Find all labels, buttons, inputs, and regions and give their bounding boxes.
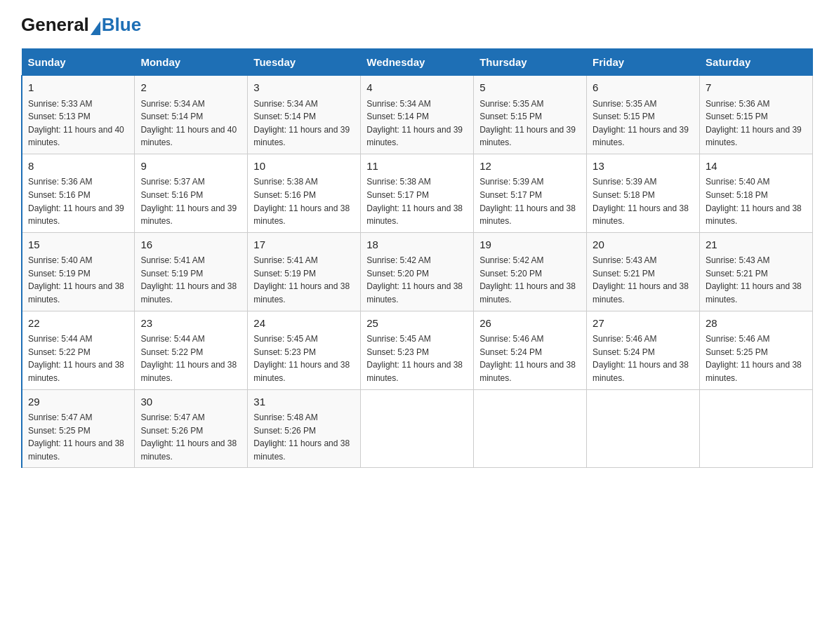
day-number: 30	[140, 394, 241, 410]
day-number: 7	[706, 80, 807, 96]
calendar-cell: 14Sunrise: 5:40 AMSunset: 5:18 PMDayligh…	[700, 154, 813, 232]
calendar-cell	[587, 389, 700, 468]
calendar-week-row: 15Sunrise: 5:40 AMSunset: 5:19 PMDayligh…	[22, 232, 813, 311]
day-number: 26	[479, 316, 581, 332]
day-info: Sunrise: 5:38 AMSunset: 5:17 PMDaylight:…	[366, 175, 468, 227]
day-number: 4	[366, 80, 468, 96]
calendar-cell: 24Sunrise: 5:45 AMSunset: 5:23 PMDayligh…	[248, 311, 361, 389]
day-number: 28	[706, 316, 807, 332]
day-info: Sunrise: 5:48 AMSunset: 5:26 PMDaylight:…	[253, 411, 355, 463]
day-info: Sunrise: 5:44 AMSunset: 5:22 PMDaylight:…	[28, 333, 128, 384]
calendar-cell: 31Sunrise: 5:48 AMSunset: 5:26 PMDayligh…	[248, 389, 361, 468]
day-info: Sunrise: 5:41 AMSunset: 5:19 PMDaylight:…	[253, 254, 355, 306]
day-info: Sunrise: 5:35 AMSunset: 5:15 PMDaylight:…	[479, 98, 581, 149]
day-info: Sunrise: 5:45 AMSunset: 5:23 PMDaylight:…	[366, 333, 468, 384]
calendar-header: SundayMondayTuesdayWednesdayThursdayFrid…	[22, 49, 813, 76]
calendar-cell	[361, 389, 474, 468]
day-number: 11	[366, 159, 468, 175]
calendar-cell: 13Sunrise: 5:39 AMSunset: 5:18 PMDayligh…	[587, 154, 700, 232]
calendar-cell: 1Sunrise: 5:33 AMSunset: 5:13 PMDaylight…	[22, 76, 135, 154]
calendar-cell: 8Sunrise: 5:36 AMSunset: 5:16 PMDaylight…	[22, 154, 135, 232]
calendar-cell: 20Sunrise: 5:43 AMSunset: 5:21 PMDayligh…	[587, 232, 700, 311]
day-info: Sunrise: 5:36 AMSunset: 5:16 PMDaylight:…	[28, 175, 128, 227]
day-info: Sunrise: 5:36 AMSunset: 5:15 PMDaylight:…	[706, 98, 807, 149]
calendar-cell: 4Sunrise: 5:34 AMSunset: 5:14 PMDaylight…	[361, 76, 474, 154]
day-number: 15	[28, 237, 128, 253]
day-number: 17	[253, 237, 355, 253]
day-number: 16	[140, 237, 241, 253]
calendar-week-row: 29Sunrise: 5:47 AMSunset: 5:25 PMDayligh…	[22, 389, 813, 468]
calendar-cell: 2Sunrise: 5:34 AMSunset: 5:14 PMDaylight…	[135, 76, 248, 154]
calendar-cell: 5Sunrise: 5:35 AMSunset: 5:15 PMDaylight…	[474, 76, 587, 154]
day-info: Sunrise: 5:46 AMSunset: 5:25 PMDaylight:…	[706, 333, 807, 384]
calendar-cell: 25Sunrise: 5:45 AMSunset: 5:23 PMDayligh…	[361, 311, 474, 389]
day-number: 22	[28, 316, 128, 332]
calendar-cell: 19Sunrise: 5:42 AMSunset: 5:20 PMDayligh…	[474, 232, 587, 311]
day-number: 20	[593, 237, 694, 253]
day-info: Sunrise: 5:47 AMSunset: 5:25 PMDaylight:…	[28, 411, 128, 463]
day-number: 31	[253, 394, 355, 410]
day-info: Sunrise: 5:34 AMSunset: 5:14 PMDaylight:…	[140, 98, 241, 149]
day-info: Sunrise: 5:34 AMSunset: 5:14 PMDaylight:…	[366, 98, 468, 149]
day-info: Sunrise: 5:37 AMSunset: 5:16 PMDaylight:…	[140, 175, 241, 227]
day-number: 9	[140, 159, 241, 175]
day-info: Sunrise: 5:42 AMSunset: 5:20 PMDaylight:…	[366, 254, 468, 306]
day-info: Sunrise: 5:46 AMSunset: 5:24 PMDaylight:…	[593, 333, 694, 384]
day-info: Sunrise: 5:42 AMSunset: 5:20 PMDaylight:…	[479, 254, 581, 306]
day-info: Sunrise: 5:40 AMSunset: 5:18 PMDaylight:…	[706, 175, 807, 227]
day-info: Sunrise: 5:38 AMSunset: 5:16 PMDaylight:…	[253, 175, 355, 227]
calendar-cell: 11Sunrise: 5:38 AMSunset: 5:17 PMDayligh…	[361, 154, 474, 232]
weekday-header-monday: Monday	[135, 49, 248, 76]
calendar-cell: 30Sunrise: 5:47 AMSunset: 5:26 PMDayligh…	[135, 389, 248, 468]
calendar-cell: 21Sunrise: 5:43 AMSunset: 5:21 PMDayligh…	[700, 232, 813, 311]
day-number: 25	[366, 316, 468, 332]
day-number: 19	[479, 237, 581, 253]
header: General Blue	[21, 14, 813, 36]
day-number: 8	[28, 159, 128, 175]
weekday-header-wednesday: Wednesday	[361, 49, 474, 76]
day-info: Sunrise: 5:41 AMSunset: 5:19 PMDaylight:…	[140, 254, 241, 306]
weekday-header-row: SundayMondayTuesdayWednesdayThursdayFrid…	[22, 49, 813, 76]
day-info: Sunrise: 5:43 AMSunset: 5:21 PMDaylight:…	[706, 254, 807, 306]
calendar-week-row: 8Sunrise: 5:36 AMSunset: 5:16 PMDaylight…	[22, 154, 813, 232]
day-number: 29	[28, 394, 128, 410]
day-info: Sunrise: 5:47 AMSunset: 5:26 PMDaylight:…	[140, 411, 241, 463]
calendar-cell: 12Sunrise: 5:39 AMSunset: 5:17 PMDayligh…	[474, 154, 587, 232]
day-number: 3	[253, 80, 355, 96]
day-number: 24	[253, 316, 355, 332]
calendar-cell	[700, 389, 813, 468]
calendar-cell: 26Sunrise: 5:46 AMSunset: 5:24 PMDayligh…	[474, 311, 587, 389]
day-number: 14	[706, 159, 807, 175]
calendar-week-row: 22Sunrise: 5:44 AMSunset: 5:22 PMDayligh…	[22, 311, 813, 389]
calendar-cell: 3Sunrise: 5:34 AMSunset: 5:14 PMDaylight…	[248, 76, 361, 154]
day-info: Sunrise: 5:34 AMSunset: 5:14 PMDaylight:…	[253, 98, 355, 149]
calendar-cell: 17Sunrise: 5:41 AMSunset: 5:19 PMDayligh…	[248, 232, 361, 311]
day-number: 18	[366, 237, 468, 253]
calendar-cell: 6Sunrise: 5:35 AMSunset: 5:15 PMDaylight…	[587, 76, 700, 154]
weekday-header-friday: Friday	[587, 49, 700, 76]
day-info: Sunrise: 5:45 AMSunset: 5:23 PMDaylight:…	[253, 333, 355, 384]
day-number: 13	[593, 159, 694, 175]
day-number: 23	[140, 316, 241, 332]
weekday-header-tuesday: Tuesday	[248, 49, 361, 76]
day-number: 21	[706, 237, 807, 253]
calendar-cell: 29Sunrise: 5:47 AMSunset: 5:25 PMDayligh…	[22, 389, 135, 468]
weekday-header-saturday: Saturday	[700, 49, 813, 76]
day-number: 1	[28, 80, 128, 96]
day-number: 6	[593, 80, 694, 96]
logo-area: General Blue	[21, 14, 141, 36]
day-info: Sunrise: 5:46 AMSunset: 5:24 PMDaylight:…	[479, 333, 581, 384]
weekday-header-sunday: Sunday	[22, 49, 135, 76]
day-info: Sunrise: 5:39 AMSunset: 5:18 PMDaylight:…	[593, 175, 694, 227]
logo-general-text: General	[21, 14, 89, 36]
calendar-cell: 28Sunrise: 5:46 AMSunset: 5:25 PMDayligh…	[700, 311, 813, 389]
day-info: Sunrise: 5:39 AMSunset: 5:17 PMDaylight:…	[479, 175, 581, 227]
calendar-table: SundayMondayTuesdayWednesdayThursdayFrid…	[21, 48, 813, 468]
calendar-body: 1Sunrise: 5:33 AMSunset: 5:13 PMDaylight…	[22, 76, 813, 468]
calendar-cell: 22Sunrise: 5:44 AMSunset: 5:22 PMDayligh…	[22, 311, 135, 389]
day-info: Sunrise: 5:43 AMSunset: 5:21 PMDaylight:…	[593, 254, 694, 306]
calendar-cell: 27Sunrise: 5:46 AMSunset: 5:24 PMDayligh…	[587, 311, 700, 389]
logo: General Blue	[21, 14, 141, 36]
weekday-header-thursday: Thursday	[474, 49, 587, 76]
day-info: Sunrise: 5:44 AMSunset: 5:22 PMDaylight:…	[140, 333, 241, 384]
